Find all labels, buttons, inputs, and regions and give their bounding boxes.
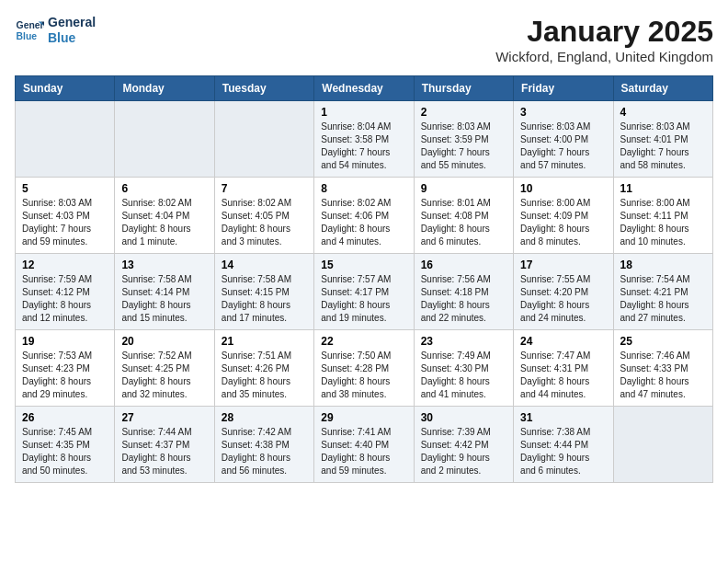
day-info: Sunrise: 7:49 AM Sunset: 4:30 PM Dayligh… bbox=[421, 350, 506, 401]
day-number: 15 bbox=[321, 259, 406, 271]
calendar-cell: 17Sunrise: 7:55 AM Sunset: 4:20 PM Dayli… bbox=[514, 254, 613, 330]
day-info: Sunrise: 8:03 AM Sunset: 4:00 PM Dayligh… bbox=[520, 121, 606, 172]
calendar-cell: 16Sunrise: 7:56 AM Sunset: 4:18 PM Dayli… bbox=[414, 254, 513, 330]
day-number: 19 bbox=[22, 335, 108, 348]
calendar-cell: 5Sunrise: 8:03 AM Sunset: 4:03 PM Daylig… bbox=[16, 178, 115, 254]
day-info: Sunrise: 8:03 AM Sunset: 3:59 PM Dayligh… bbox=[421, 121, 506, 172]
weekday-header: Monday bbox=[115, 76, 214, 101]
logo-line1: General bbox=[48, 15, 96, 30]
day-number: 20 bbox=[121, 335, 207, 348]
svg-text:Blue: Blue bbox=[17, 30, 38, 40]
day-number: 26 bbox=[22, 411, 108, 424]
day-number: 1 bbox=[321, 106, 406, 119]
day-info: Sunrise: 7:42 AM Sunset: 4:38 PM Dayligh… bbox=[222, 426, 307, 477]
logo-icon: General Blue bbox=[15, 16, 44, 45]
day-info: Sunrise: 8:02 AM Sunset: 4:05 PM Dayligh… bbox=[222, 197, 307, 248]
day-info: Sunrise: 7:53 AM Sunset: 4:23 PM Dayligh… bbox=[22, 350, 108, 401]
day-number: 30 bbox=[421, 411, 506, 424]
day-number: 16 bbox=[421, 259, 506, 271]
calendar-cell: 3Sunrise: 8:03 AM Sunset: 4:00 PM Daylig… bbox=[514, 101, 613, 178]
day-info: Sunrise: 7:41 AM Sunset: 4:40 PM Dayligh… bbox=[321, 426, 406, 477]
day-info: Sunrise: 7:51 AM Sunset: 4:26 PM Dayligh… bbox=[222, 350, 307, 401]
day-info: Sunrise: 7:39 AM Sunset: 4:42 PM Dayligh… bbox=[421, 426, 506, 477]
calendar-cell: 10Sunrise: 8:00 AM Sunset: 4:09 PM Dayli… bbox=[514, 178, 613, 254]
calendar-cell: 11Sunrise: 8:00 AM Sunset: 4:11 PM Dayli… bbox=[613, 178, 712, 254]
day-info: Sunrise: 8:01 AM Sunset: 4:08 PM Dayligh… bbox=[421, 197, 506, 248]
day-number: 17 bbox=[520, 259, 606, 271]
day-info: Sunrise: 8:00 AM Sunset: 4:11 PM Dayligh… bbox=[620, 197, 706, 248]
weekday-header: Thursday bbox=[414, 76, 513, 101]
calendar-cell: 9Sunrise: 8:01 AM Sunset: 4:08 PM Daylig… bbox=[414, 178, 513, 254]
calendar-cell: 6Sunrise: 8:02 AM Sunset: 4:04 PM Daylig… bbox=[115, 178, 214, 254]
calendar-week-row: 5Sunrise: 8:03 AM Sunset: 4:03 PM Daylig… bbox=[16, 178, 713, 254]
day-number: 31 bbox=[520, 411, 606, 424]
day-info: Sunrise: 7:38 AM Sunset: 4:44 PM Dayligh… bbox=[520, 426, 606, 477]
weekday-header: Friday bbox=[514, 76, 613, 101]
day-number: 22 bbox=[321, 335, 406, 348]
calendar-cell: 25Sunrise: 7:46 AM Sunset: 4:33 PM Dayli… bbox=[613, 330, 712, 407]
calendar-cell: 1Sunrise: 8:04 AM Sunset: 3:58 PM Daylig… bbox=[314, 101, 414, 178]
day-number: 9 bbox=[421, 182, 506, 195]
day-number: 7 bbox=[222, 182, 307, 195]
day-number: 18 bbox=[620, 259, 706, 271]
day-info: Sunrise: 7:46 AM Sunset: 4:33 PM Dayligh… bbox=[620, 350, 706, 401]
calendar-table: SundayMondayTuesdayWednesdayThursdayFrid… bbox=[15, 75, 713, 483]
day-info: Sunrise: 8:02 AM Sunset: 4:06 PM Dayligh… bbox=[321, 197, 406, 248]
weekday-header: Saturday bbox=[613, 76, 712, 101]
calendar-week-row: 19Sunrise: 7:53 AM Sunset: 4:23 PM Dayli… bbox=[16, 330, 713, 407]
calendar-cell: 19Sunrise: 7:53 AM Sunset: 4:23 PM Dayli… bbox=[16, 330, 115, 407]
calendar-cell bbox=[214, 101, 313, 178]
day-info: Sunrise: 8:04 AM Sunset: 3:58 PM Dayligh… bbox=[321, 121, 406, 172]
day-number: 24 bbox=[520, 335, 606, 348]
day-number: 12 bbox=[22, 259, 108, 271]
day-info: Sunrise: 7:47 AM Sunset: 4:31 PM Dayligh… bbox=[520, 350, 606, 401]
calendar-cell: 23Sunrise: 7:49 AM Sunset: 4:30 PM Dayli… bbox=[414, 330, 513, 407]
weekday-header: Tuesday bbox=[214, 76, 313, 101]
title-block: January 2025 Wickford, England, United K… bbox=[495, 15, 713, 64]
calendar-header-row: SundayMondayTuesdayWednesdayThursdayFrid… bbox=[16, 76, 713, 101]
weekday-header: Wednesday bbox=[314, 76, 414, 101]
day-info: Sunrise: 7:56 AM Sunset: 4:18 PM Dayligh… bbox=[421, 273, 506, 325]
calendar-cell: 2Sunrise: 8:03 AM Sunset: 3:59 PM Daylig… bbox=[414, 101, 513, 178]
day-number: 25 bbox=[620, 335, 706, 348]
calendar-cell: 13Sunrise: 7:58 AM Sunset: 4:14 PM Dayli… bbox=[115, 254, 214, 330]
day-number: 28 bbox=[222, 411, 307, 424]
location: Wickford, England, United Kingdom bbox=[495, 49, 713, 64]
calendar-cell: 20Sunrise: 7:52 AM Sunset: 4:25 PM Dayli… bbox=[115, 330, 214, 407]
day-number: 6 bbox=[121, 182, 207, 195]
day-number: 10 bbox=[520, 182, 606, 195]
calendar-cell: 7Sunrise: 8:02 AM Sunset: 4:05 PM Daylig… bbox=[214, 178, 313, 254]
logo: General Blue General Blue bbox=[15, 15, 96, 46]
calendar-cell: 30Sunrise: 7:39 AM Sunset: 4:42 PM Dayli… bbox=[414, 407, 513, 483]
page-header: General Blue General Blue January 2025 W… bbox=[15, 15, 713, 64]
day-number: 27 bbox=[121, 411, 207, 424]
day-number: 29 bbox=[321, 411, 406, 424]
calendar-week-row: 26Sunrise: 7:45 AM Sunset: 4:35 PM Dayli… bbox=[16, 407, 713, 483]
day-info: Sunrise: 7:54 AM Sunset: 4:21 PM Dayligh… bbox=[620, 273, 706, 325]
day-info: Sunrise: 8:03 AM Sunset: 4:03 PM Dayligh… bbox=[22, 197, 108, 248]
calendar-cell: 21Sunrise: 7:51 AM Sunset: 4:26 PM Dayli… bbox=[214, 330, 313, 407]
month-title: January 2025 bbox=[495, 15, 713, 49]
day-number: 3 bbox=[520, 106, 606, 119]
calendar-cell: 27Sunrise: 7:44 AM Sunset: 4:37 PM Dayli… bbox=[115, 407, 214, 483]
day-info: Sunrise: 7:45 AM Sunset: 4:35 PM Dayligh… bbox=[22, 426, 108, 477]
day-info: Sunrise: 7:50 AM Sunset: 4:28 PM Dayligh… bbox=[321, 350, 406, 401]
day-info: Sunrise: 7:59 AM Sunset: 4:12 PM Dayligh… bbox=[22, 273, 108, 325]
day-number: 8 bbox=[321, 182, 406, 195]
calendar-cell: 26Sunrise: 7:45 AM Sunset: 4:35 PM Dayli… bbox=[16, 407, 115, 483]
calendar-cell bbox=[16, 101, 115, 178]
calendar-cell: 4Sunrise: 8:03 AM Sunset: 4:01 PM Daylig… bbox=[613, 101, 712, 178]
calendar-cell: 18Sunrise: 7:54 AM Sunset: 4:21 PM Dayli… bbox=[613, 254, 712, 330]
day-info: Sunrise: 8:02 AM Sunset: 4:04 PM Dayligh… bbox=[121, 197, 207, 248]
calendar-cell: 15Sunrise: 7:57 AM Sunset: 4:17 PM Dayli… bbox=[314, 254, 414, 330]
day-number: 13 bbox=[121, 259, 207, 271]
day-number: 11 bbox=[620, 182, 706, 195]
day-number: 14 bbox=[222, 259, 307, 271]
day-number: 2 bbox=[421, 106, 506, 119]
day-info: Sunrise: 8:03 AM Sunset: 4:01 PM Dayligh… bbox=[620, 121, 706, 172]
weekday-header: Sunday bbox=[16, 76, 115, 101]
calendar-cell: 12Sunrise: 7:59 AM Sunset: 4:12 PM Dayli… bbox=[16, 254, 115, 330]
day-info: Sunrise: 7:57 AM Sunset: 4:17 PM Dayligh… bbox=[321, 273, 406, 325]
calendar-cell: 29Sunrise: 7:41 AM Sunset: 4:40 PM Dayli… bbox=[314, 407, 414, 483]
day-info: Sunrise: 7:58 AM Sunset: 4:14 PM Dayligh… bbox=[121, 273, 207, 325]
